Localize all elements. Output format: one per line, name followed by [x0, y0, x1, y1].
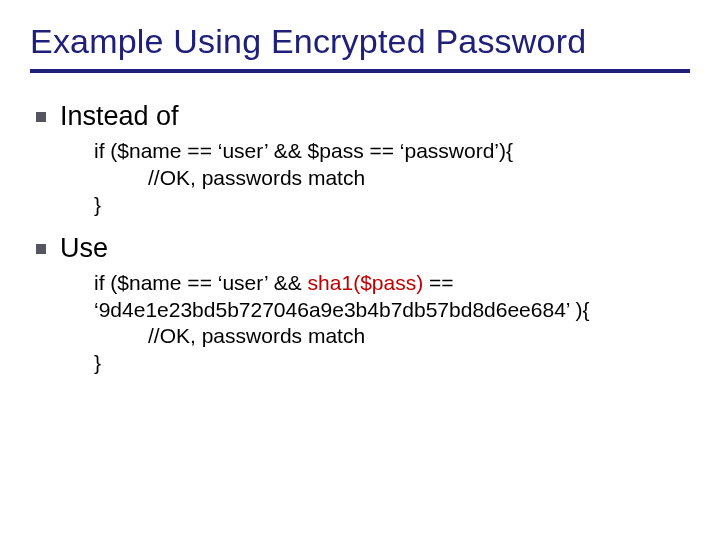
bullet-square-icon [36, 244, 46, 254]
bullet-square-icon [36, 112, 46, 122]
code-line: //OK, passwords match [94, 165, 690, 192]
bullet-text: Instead of [60, 101, 179, 132]
slide: Example Using Encrypted Password Instead… [0, 0, 720, 540]
bullet-text: Use [60, 233, 108, 264]
slide-title: Example Using Encrypted Password [30, 22, 690, 61]
sha1-call: sha1($pass) [308, 271, 424, 294]
code-line: } [94, 351, 101, 374]
code-line: } [94, 193, 101, 216]
code-line: if ($name == ‘user’ && $pass == ‘passwor… [94, 139, 513, 162]
code-block-plain: if ($name == ‘user’ && $pass == ‘passwor… [94, 138, 690, 219]
code-line: ‘9d4e1e23bd5b727046a9e3b4b7db57bd8d6ee68… [94, 298, 590, 321]
bullet-use: Use [36, 233, 690, 264]
code-block-sha1: if ($name == ‘user’ && sha1($pass) == ‘9… [94, 270, 690, 378]
code-line-part: if ($name == ‘user’ && [94, 271, 308, 294]
bullet-instead-of: Instead of [36, 101, 690, 132]
code-line-part: == [423, 271, 453, 294]
title-underline [30, 69, 690, 73]
code-line: //OK, passwords match [94, 323, 690, 350]
bullet-list: Instead of if ($name == ‘user’ && $pass … [36, 101, 690, 377]
